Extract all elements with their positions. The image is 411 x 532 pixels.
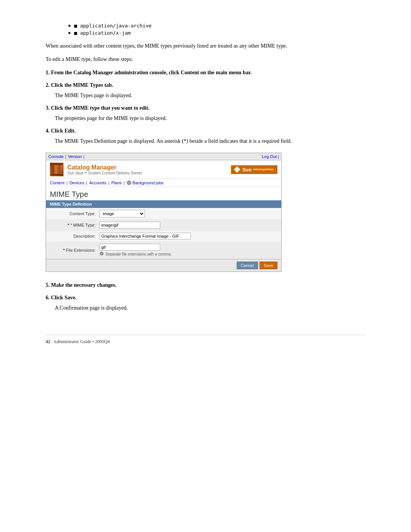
step-6-header: 6. Click Save.	[46, 294, 365, 302]
file-extensions-field: i Separate file extensions with a comma.	[99, 244, 277, 257]
sun-logo: Sun microsystems	[231, 165, 277, 174]
console-nav: Content | Devices | Accounts | Plans | ⟳…	[46, 179, 281, 187]
footer-text: Administrator Guide • 2005Q4	[53, 339, 110, 345]
step-6: 6. Click Save. A Confirmation page is di…	[46, 294, 365, 312]
nav-plans[interactable]: Plans	[111, 181, 122, 185]
step-3: 3. Click the MIME type that you want to …	[46, 104, 365, 122]
nav-background-jobs-label[interactable]: Background jobs	[132, 181, 164, 185]
svg-rect-1	[54, 164, 57, 175]
step-4-header: 4. Click Edit.	[46, 127, 365, 135]
file-extensions-hint: i Separate file extensions with a comma.	[99, 251, 277, 257]
step-1: 1. From the Catalog Manager administrati…	[46, 69, 365, 77]
console-link[interactable]: Console	[48, 154, 64, 159]
save-button[interactable]: Save	[260, 262, 277, 269]
step-5-header: 5. Make the necessary changes.	[46, 281, 365, 289]
step-2-header: 2. Click the MIME Types tab.	[46, 81, 365, 89]
sun-tagline: microsystems	[253, 168, 274, 171]
console-header: Catalog Manager Sun Java™ System Content…	[46, 160, 281, 179]
description-label: Description:	[50, 234, 99, 238]
file-extensions-label: * File Extensions:	[50, 248, 99, 252]
mime-associated-paragraph: When associated with other content types…	[46, 42, 365, 50]
nav-content[interactable]: Content	[50, 181, 65, 185]
step-1-number: 1.	[46, 70, 51, 75]
page-footer: 42 Administrator Guide • 2005Q4	[46, 335, 365, 345]
step-2: 2. Click the MIME Types tab. The MIME Ty…	[46, 81, 365, 99]
mime-type-input[interactable]	[99, 222, 160, 228]
step-5-number: 5.	[46, 282, 51, 288]
step-3-number: 3.	[46, 105, 51, 111]
svg-rect-4	[51, 174, 63, 176]
svg-rect-0	[51, 164, 54, 175]
step-4: 4. Click Edit. The MIME Types Definition…	[46, 127, 365, 145]
catalog-manager-icon	[50, 163, 64, 176]
step-4-number: 4.	[46, 128, 51, 134]
step-3-header: 3. Click the MIME type that you want to …	[46, 104, 365, 112]
console-topbar-left: Console | Version |	[48, 154, 86, 159]
form-row-mime-type: * * MIME Type:	[46, 220, 281, 231]
hint-icon: i	[99, 251, 104, 257]
svg-text:i: i	[101, 252, 102, 256]
sun-diamond-icon	[234, 166, 240, 173]
nav-background-jobs[interactable]: ⟳ Background jobs	[127, 181, 164, 185]
step-2-body: The MIME Types page is displayed.	[55, 91, 365, 99]
description-field	[99, 233, 277, 240]
step-6-bold: Click Save.	[51, 295, 76, 300]
step-4-body: The MIME Types Definition page is displa…	[55, 137, 365, 145]
svg-rect-3	[51, 163, 63, 165]
step-5: 5. Make the necessary changes.	[46, 281, 365, 289]
mime-type-field	[99, 222, 277, 228]
bullet-text-2: application/x-jam	[80, 30, 131, 36]
mime-type-label: * * MIME Type:	[50, 223, 99, 227]
step-1-header: 1. From the Catalog Manager administrati…	[46, 69, 365, 77]
form-row-file-extensions: * File Extensions: i Separate file exten…	[46, 242, 281, 259]
content-type-field: image application audio video text	[99, 210, 277, 217]
background-jobs-icon: ⟳	[127, 181, 131, 185]
sun-logo-text: Sun	[242, 167, 252, 173]
file-extensions-input[interactable]	[99, 244, 160, 251]
step-6-number: 6.	[46, 295, 51, 300]
content-type-label: Content Type:	[50, 211, 99, 216]
steps-5-6: 5. Make the necessary changes. 6. Click …	[46, 281, 365, 312]
form-row-content-type: Content Type: image application audio vi…	[46, 208, 281, 220]
bullet-item-1: ■ application/java-archive	[68, 23, 365, 29]
description-input[interactable]	[99, 233, 191, 240]
step-2-number: 2.	[46, 82, 51, 88]
bullet-list: ■ application/java-archive ■ application…	[68, 23, 365, 36]
console-title: Catalog Manager	[67, 164, 142, 171]
step-2-bold: Click the MIME Types tab.	[51, 82, 113, 88]
step-1-bold: From the Catalog Manager administration …	[51, 70, 252, 75]
svg-rect-2	[57, 164, 61, 175]
footer-page-number: 42	[46, 339, 50, 345]
console-header-left: Catalog Manager Sun Java™ System Content…	[50, 163, 142, 176]
logout-link[interactable]: Log Out |	[262, 154, 279, 159]
edit-intro-paragraph: To edit a MIME type, follow these steps:	[46, 55, 365, 63]
bullet-text-1: application/java-archive	[80, 23, 151, 29]
console-page-title: MIME Type	[46, 187, 281, 200]
steps-1-4: 1. From the Catalog Manager administrati…	[46, 69, 365, 145]
console-form: Content Type: image application audio vi…	[46, 208, 281, 259]
bullet-icon-2: ■	[74, 30, 80, 36]
console-subtitle: Sun Java™ System Content Delivery Server	[67, 171, 142, 175]
nav-accounts[interactable]: Accounts	[89, 181, 106, 185]
console-topbar: Console | Version | Log Out |	[46, 153, 281, 160]
nav-devices[interactable]: Devices	[69, 181, 84, 185]
step-5-bold: Make the necessary changes.	[51, 282, 116, 288]
console-title-block: Catalog Manager Sun Java™ System Content…	[67, 164, 142, 175]
step-3-body: The properties page for the MIME type is…	[55, 114, 365, 122]
console-section-header: MIME Type Definition	[46, 200, 281, 208]
content-type-select[interactable]: image application audio video text	[99, 210, 145, 217]
step-6-body: A Confirmation page is displayed.	[55, 304, 365, 312]
console-topbar-sep2: |	[83, 154, 84, 159]
form-row-description: Description:	[46, 231, 281, 242]
bullet-item-2: ■ application/x-jam	[68, 30, 365, 36]
console-footer-row: Cancel Save	[46, 259, 281, 272]
console-screenshot: Console | Version | Log Out | Cat	[46, 153, 282, 272]
step-4-bold: Click Edit.	[51, 128, 76, 134]
console-topbar-sep1: |	[65, 154, 66, 159]
step-3-bold: Click the MIME type that you want to edi…	[51, 105, 150, 111]
bullet-icon: ■	[74, 23, 80, 29]
hint-text: Separate file extensions with a comma.	[105, 252, 172, 256]
cancel-button[interactable]: Cancel	[237, 262, 258, 269]
version-link[interactable]: Version	[68, 154, 82, 159]
svg-text:⟳: ⟳	[128, 182, 130, 184]
